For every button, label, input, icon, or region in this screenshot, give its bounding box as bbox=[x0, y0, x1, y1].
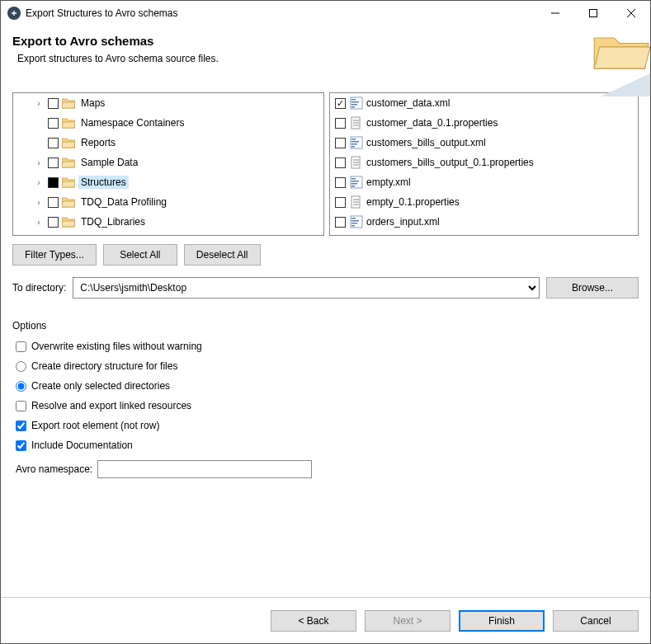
tree-checkbox[interactable] bbox=[48, 98, 59, 109]
tree-item-label[interactable]: TDQ_Libraries bbox=[78, 215, 148, 228]
tree-checkbox[interactable] bbox=[48, 157, 59, 168]
close-button[interactable] bbox=[612, 1, 650, 26]
tree-checkbox[interactable] bbox=[48, 138, 59, 148]
tree-checkbox[interactable] bbox=[48, 177, 59, 188]
resolve-linked-checkbox[interactable] bbox=[16, 401, 26, 411]
properties-file-icon bbox=[350, 116, 363, 129]
tree-item[interactable]: ›Structures bbox=[13, 172, 323, 192]
back-button[interactable]: < Back bbox=[271, 610, 356, 632]
file-checkbox[interactable] bbox=[335, 138, 346, 148]
folder-icon bbox=[62, 137, 75, 148]
file-name: empty_0.1.properties bbox=[366, 196, 460, 208]
file-name: customers_bills_output_0.1.properties bbox=[366, 157, 534, 168]
file-name: empty.xml bbox=[366, 176, 411, 188]
folder-icon bbox=[62, 176, 75, 188]
deselect-all-button[interactable]: Deselect All bbox=[184, 244, 261, 266]
resolve-linked-label[interactable]: Resolve and export linked resources bbox=[31, 400, 191, 411]
svg-rect-24 bbox=[351, 99, 356, 101]
page-title: Export to Avro schemas bbox=[12, 34, 639, 48]
svg-rect-37 bbox=[351, 146, 355, 148]
file-item[interactable]: empty_0.1.properties bbox=[330, 192, 638, 212]
export-root-checkbox[interactable] bbox=[16, 421, 26, 431]
tree-item-label[interactable]: Reports bbox=[78, 136, 118, 149]
svg-rect-44 bbox=[351, 178, 356, 180]
folder-icon bbox=[62, 216, 75, 228]
tree-item[interactable]: ›TDQ_Libraries bbox=[13, 212, 323, 232]
file-checkbox[interactable] bbox=[335, 118, 346, 129]
tree-checkbox[interactable] bbox=[48, 217, 59, 228]
expander-icon[interactable]: › bbox=[33, 218, 45, 227]
browse-button[interactable]: Browse... bbox=[546, 277, 639, 298]
directory-input[interactable]: C:\Users\jsmith\Desktop bbox=[73, 277, 540, 298]
svg-marker-8 bbox=[62, 102, 75, 108]
file-item[interactable]: empty.xml bbox=[330, 172, 638, 192]
svg-rect-47 bbox=[351, 186, 355, 187]
file-list-pane[interactable]: customer_data.xmlcustomer_data_0.1.prope… bbox=[329, 92, 639, 236]
file-item[interactable]: orders_input.xml bbox=[330, 212, 638, 232]
titlebar: Export Structures to Avro schemas bbox=[1, 1, 650, 26]
xml-file-icon bbox=[350, 215, 363, 228]
expander-icon[interactable]: › bbox=[33, 158, 45, 167]
avro-namespace-input[interactable] bbox=[97, 460, 312, 478]
tree-item-label[interactable]: Maps bbox=[78, 96, 107, 110]
file-checkbox[interactable] bbox=[335, 177, 346, 188]
tree-item[interactable]: ›Sample Data bbox=[13, 153, 323, 172]
svg-rect-46 bbox=[351, 183, 357, 185]
export-root-label[interactable]: Export root element (not row) bbox=[31, 420, 159, 431]
create-only-selected-radio[interactable] bbox=[16, 381, 26, 392]
expander-icon[interactable]: › bbox=[33, 99, 45, 108]
tree-item-label[interactable]: businessProcess bbox=[78, 235, 158, 236]
file-checkbox[interactable] bbox=[335, 217, 346, 228]
overwrite-checkbox[interactable] bbox=[16, 341, 26, 352]
file-item[interactable]: customers_bills_output_0.1.properties bbox=[330, 153, 638, 172]
file-item[interactable]: customer_data_0.1.properties bbox=[330, 113, 638, 133]
cancel-button[interactable]: Cancel bbox=[553, 610, 639, 632]
options-legend: Options bbox=[12, 320, 639, 331]
tree-item-label[interactable]: Structures bbox=[78, 176, 129, 189]
file-name: customer_data.xml bbox=[366, 97, 450, 109]
expander-icon[interactable]: › bbox=[33, 178, 45, 187]
folder-icon bbox=[62, 97, 75, 109]
next-button[interactable]: Next > bbox=[365, 610, 451, 632]
file-item[interactable]: customer_data.xml bbox=[330, 93, 638, 113]
tree-item[interactable]: Namespace Containers bbox=[13, 113, 323, 133]
svg-marker-10 bbox=[62, 122, 75, 128]
properties-file-icon bbox=[350, 195, 363, 209]
filter-types-button[interactable]: Filter Types... bbox=[12, 244, 97, 266]
tree-item-label[interactable]: Sample Data bbox=[78, 156, 140, 169]
tree-item-label[interactable]: Namespace Containers bbox=[78, 116, 186, 129]
overwrite-label[interactable]: Overwrite existing files without warning bbox=[31, 341, 202, 352]
source-tree-pane[interactable]: ›MapsNamespace ContainersReports›Sample … bbox=[12, 92, 324, 236]
create-only-selected-label[interactable]: Create only selected directories bbox=[31, 380, 170, 392]
xml-file-icon bbox=[350, 176, 363, 189]
export-folder-icon bbox=[592, 29, 650, 74]
tree-item[interactable]: Reports bbox=[13, 133, 323, 153]
expander-icon[interactable]: › bbox=[33, 198, 45, 207]
page-subtitle: Export structures to Avro schema source … bbox=[17, 53, 639, 64]
dialog-header: Export to Avro schemas Export structures… bbox=[1, 26, 650, 69]
tree-item[interactable]: ›businessProcess bbox=[13, 232, 323, 236]
file-name: customer_data_0.1.properties bbox=[366, 117, 498, 129]
svg-marker-12 bbox=[62, 142, 75, 148]
svg-rect-34 bbox=[351, 139, 356, 140]
tree-item-label[interactable]: TDQ_Data Profiling bbox=[78, 195, 169, 209]
create-dir-structure-radio[interactable] bbox=[16, 361, 26, 372]
file-checkbox[interactable] bbox=[335, 98, 346, 109]
file-checkbox[interactable] bbox=[335, 157, 346, 168]
svg-rect-26 bbox=[351, 104, 357, 106]
tree-item[interactable]: ›Maps bbox=[13, 93, 323, 113]
include-doc-label[interactable]: Include Documentation bbox=[31, 440, 133, 451]
tree-item[interactable]: ›TDQ_Data Profiling bbox=[13, 192, 323, 212]
file-item[interactable]: customers_bills_output.xml bbox=[330, 133, 638, 153]
maximize-button[interactable] bbox=[574, 1, 612, 26]
tree-checkbox[interactable] bbox=[48, 118, 59, 129]
finish-button[interactable]: Finish bbox=[459, 610, 545, 632]
window-title: Export Structures to Avro schemas bbox=[26, 7, 178, 19]
app-icon bbox=[7, 7, 21, 20]
file-checkbox[interactable] bbox=[335, 197, 346, 208]
create-dir-structure-label[interactable]: Create directory structure for files bbox=[31, 360, 177, 372]
include-doc-checkbox[interactable] bbox=[16, 440, 26, 451]
tree-checkbox[interactable] bbox=[48, 197, 59, 208]
select-all-button[interactable]: Select All bbox=[103, 244, 177, 266]
minimize-button[interactable] bbox=[536, 1, 574, 26]
